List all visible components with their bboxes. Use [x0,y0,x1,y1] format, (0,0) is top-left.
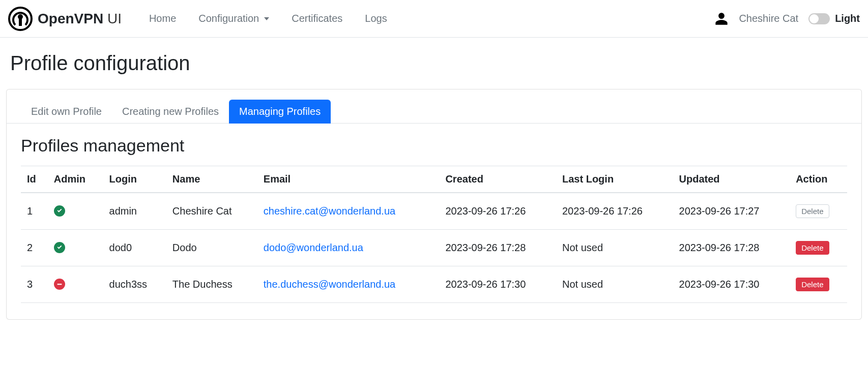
cell-name: The Duchess [166,266,257,303]
cell-last-login: Not used [556,230,673,266]
user-name[interactable]: Cheshire Cat [739,13,798,24]
delete-button[interactable]: Delete [796,278,829,291]
cell-created: 2023-09-26 17:28 [439,230,556,266]
table-row: 1adminCheshire Catcheshire.cat@wonderlan… [21,193,847,230]
theme-toggle: Light [808,13,860,24]
th-name: Name [166,166,257,193]
svg-rect-2 [19,18,22,26]
check-circle-icon [54,242,65,253]
card-body: Profiles management Id Admin Login Name … [7,124,861,319]
th-last-login: Last Login [556,166,673,193]
nav-links: Home Configuration Certificates Logs [138,8,398,29]
nav-certificates[interactable]: Certificates [280,8,354,29]
cell-action: Delete [790,266,847,303]
cell-last-login: 2023-09-26 17:26 [556,193,673,230]
tab-edit-own-profile[interactable]: Edit own Profile [21,100,112,124]
cell-action: Delete [790,230,847,266]
cell-created: 2023-09-26 17:30 [439,266,556,303]
cell-login: dod0 [103,230,166,266]
cell-name: Cheshire Cat [166,193,257,230]
minus-circle-icon [54,279,65,290]
cell-admin [48,266,103,303]
th-email: Email [257,166,440,193]
th-login: Login [103,166,166,193]
brand-text: OpenVPN UI [38,11,122,27]
table-row: 2dod0Dodododo@wonderland.ua2023-09-26 17… [21,230,847,266]
brand[interactable]: OpenVPN UI [8,7,122,31]
th-action: Action [790,166,847,193]
section-title: Profiles management [21,136,847,156]
table-header-row: Id Admin Login Name Email Created Last L… [21,166,847,193]
cell-action: Delete [790,193,847,230]
cell-login: duch3ss [103,266,166,303]
cell-login: admin [103,193,166,230]
user-icon [714,12,729,26]
cell-email: cheshire.cat@wonderland.ua [257,193,440,230]
theme-label: Light [835,13,860,24]
delete-button[interactable]: Delete [796,204,829,218]
cell-updated: 2023-09-26 17:27 [673,193,790,230]
cell-admin [48,230,103,266]
tabs: Edit own Profile Creating new Profiles M… [7,89,861,124]
cell-name: Dodo [166,230,257,266]
page-title: Profile configuration [10,52,858,75]
card: Edit own Profile Creating new Profiles M… [6,89,862,320]
check-circle-icon [54,205,65,217]
theme-switch[interactable] [808,13,830,24]
cell-updated: 2023-09-26 17:30 [673,266,790,303]
navbar-right: Cheshire Cat Light [714,12,860,26]
cell-email: the.duchess@wonderland.ua [257,266,440,303]
email-link[interactable]: the.duchess@wonderland.ua [264,279,395,290]
delete-button[interactable]: Delete [796,241,829,255]
cell-email: dodo@wonderland.ua [257,230,440,266]
toggle-knob [809,14,819,23]
th-id: Id [21,166,48,193]
nav-home[interactable]: Home [138,8,187,29]
th-updated: Updated [673,166,790,193]
email-link[interactable]: dodo@wonderland.ua [264,242,363,253]
openvpn-logo-icon [8,7,33,31]
cell-created: 2023-09-26 17:26 [439,193,556,230]
navbar: OpenVPN UI Home Configuration Certificat… [0,0,868,38]
cell-id: 3 [21,266,48,303]
cell-admin [48,193,103,230]
container: Profile configuration Edit own Profile C… [0,38,868,325]
nav-configuration[interactable]: Configuration [187,8,280,29]
email-link[interactable]: cheshire.cat@wonderland.ua [264,205,395,217]
cell-updated: 2023-09-26 17:28 [673,230,790,266]
table-row: 3duch3ssThe Duchessthe.duchess@wonderlan… [21,266,847,303]
cell-last-login: Not used [556,266,673,303]
chevron-down-icon [264,17,269,20]
th-admin: Admin [48,166,103,193]
svg-rect-3 [57,284,62,285]
cell-id: 2 [21,230,48,266]
th-created: Created [439,166,556,193]
cell-id: 1 [21,193,48,230]
nav-logs[interactable]: Logs [354,8,398,29]
nav-configuration-label: Configuration [198,13,259,24]
tab-managing-profiles[interactable]: Managing Profiles [229,100,331,124]
tab-creating-new-profiles[interactable]: Creating new Profiles [112,100,229,124]
profiles-table: Id Admin Login Name Email Created Last L… [21,166,847,303]
